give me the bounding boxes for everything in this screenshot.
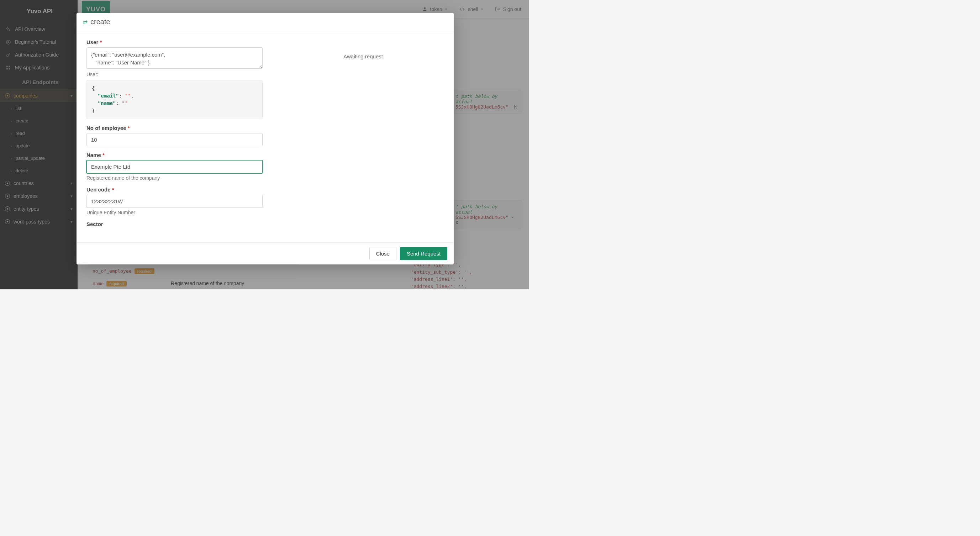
modal-header: ⇄ create <box>76 13 454 32</box>
name-input[interactable] <box>86 160 262 173</box>
no-employee-input[interactable] <box>86 133 262 146</box>
user-input[interactable] <box>86 47 262 69</box>
close-button[interactable]: Close <box>369 247 396 260</box>
create-modal: ⇄ create User * User: { "email": "", "na… <box>76 13 454 264</box>
user-hint: User: <box>86 72 262 77</box>
modal-body: User * User: { "email": "", "name": ""} … <box>76 32 454 242</box>
field-uen: Uen code * Unique Entity Number <box>86 186 262 215</box>
field-no-employee: No of employee * <box>86 125 262 146</box>
label-uen: Uen code * <box>86 186 262 192</box>
modal-footer: Close Send Request <box>76 242 454 264</box>
label-sector: Sector <box>86 221 262 227</box>
label-no-employee: No of employee * <box>86 125 262 131</box>
field-sector: Sector <box>86 221 262 227</box>
modal-title: create <box>91 18 110 26</box>
result-column: Awaiting request <box>272 32 454 242</box>
send-request-button[interactable]: Send Request <box>400 247 447 260</box>
uen-hint: Unique Entity Number <box>86 210 262 215</box>
label-name: Name * <box>86 152 262 158</box>
user-json-preview: { "email": "", "name": ""} <box>86 80 262 119</box>
form-column: User * User: { "email": "", "name": ""} … <box>76 32 272 242</box>
label-user: User * <box>86 39 262 45</box>
swap-icon: ⇄ <box>83 19 88 25</box>
awaiting-text: Awaiting request <box>344 53 383 59</box>
field-name: Name * Registered name of the company <box>86 152 262 181</box>
name-hint: Registered name of the company <box>86 175 262 181</box>
uen-input[interactable] <box>86 195 262 208</box>
field-user: User * User: { "email": "", "name": ""} <box>86 39 262 119</box>
